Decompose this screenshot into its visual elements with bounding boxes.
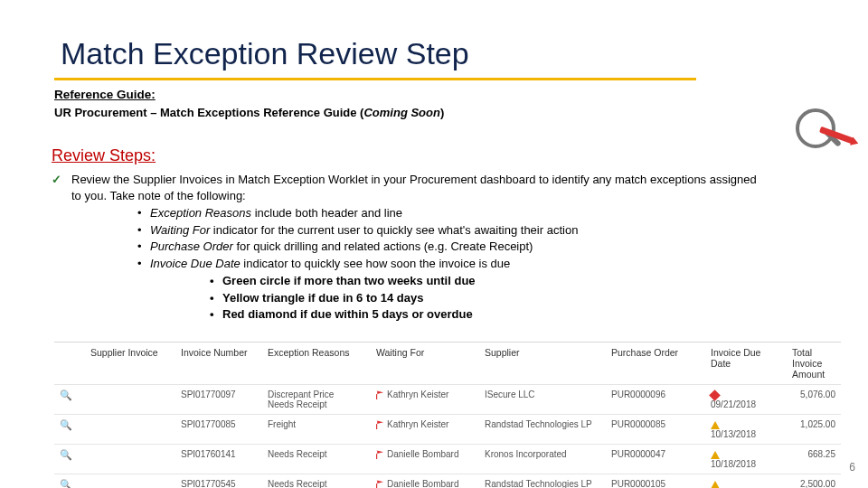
magnifier-icon[interactable]: 🔍 <box>60 389 72 400</box>
sub-green-circle: Green circle if more than two weeks unti… <box>210 273 766 289</box>
table-row: 🔍SPI01770097Discrepant PriceNeeds Receip… <box>54 385 841 415</box>
cell-amount: 5,076.00 <box>787 385 841 415</box>
bullet-exception-reasons: Exception Reasons include both header an… <box>137 205 766 221</box>
cell-invoice-number: SPI01770545 <box>175 474 262 489</box>
cell-purchase-order: PUR0000096 <box>606 385 705 415</box>
cell-purchase-order: PUR0000047 <box>606 445 705 474</box>
cell-invoice-number: SPI01770097 <box>175 385 262 415</box>
ref-text-a: UR Procurement – Match Exceptions Refere… <box>54 106 363 119</box>
bullet-purchase-order: Purchase Order for quick drilling and re… <box>137 239 766 255</box>
col-supplier-invoice: Supplier Invoice <box>85 343 175 385</box>
flag-icon <box>376 420 383 429</box>
ref-coming-soon: Coming Soon <box>363 106 440 119</box>
cell-invoice-number: SPI01760141 <box>175 445 262 474</box>
col-purchase-order: Purchase Order <box>606 343 705 385</box>
cell-waiting-for: Danielle Bombard <box>371 445 479 474</box>
check-icon: ✓ <box>52 172 64 203</box>
magnifier-icon <box>796 108 835 148</box>
cell-amount: 1,025.00 <box>787 415 841 445</box>
cell-supplier: Kronos Incorporated <box>479 445 606 474</box>
col-supplier: Supplier <box>479 343 606 385</box>
due-status-icon <box>711 451 720 459</box>
cell-supplier: Randstad Technologies LP <box>479 415 606 445</box>
cell-supplier: ISecure LLC <box>479 385 606 415</box>
cell-exception-reasons: Needs Receipt <box>262 445 371 474</box>
table-row: 🔍SPI01770085FreightKathryn KeisterRandst… <box>54 415 841 445</box>
flag-icon <box>376 450 383 459</box>
magnifier-icon[interactable]: 🔍 <box>60 419 72 430</box>
body-text: ✓ Review the Supplier Invoices in Match … <box>52 172 766 324</box>
reference-guide-label: Reference Guide: <box>54 88 156 101</box>
title-underline <box>54 78 696 80</box>
cell-due-date: 10/21/2018 <box>705 474 787 489</box>
col-exception-reasons: Exception Reasons <box>262 343 371 385</box>
col-total-amount: Total Invoice Amount <box>787 343 841 385</box>
due-status-icon <box>711 481 720 488</box>
table-row: 🔍SPI01770545Needs ReceiptDanielle Bombar… <box>54 474 841 489</box>
ref-text-b: ) <box>440 106 444 119</box>
cell-waiting-for: Kathryn Keister <box>371 385 479 415</box>
cell-purchase-order: PUR0000085 <box>606 415 705 445</box>
magnifier-icon[interactable]: 🔍 <box>60 479 72 488</box>
review-steps-label: Review Steps: <box>52 146 156 165</box>
cell-amount: 668.25 <box>787 445 841 474</box>
table-header-row: Supplier Invoice Invoice Number Exceptio… <box>54 343 841 385</box>
magnifier-pencil-art <box>788 105 852 168</box>
due-status-icon <box>711 421 720 429</box>
cell-waiting-for: Kathryn Keister <box>371 415 479 445</box>
flag-icon <box>376 390 383 399</box>
flag-icon <box>376 480 383 488</box>
cell-waiting-for: Danielle Bombard <box>371 474 479 489</box>
cell-purchase-order: PUR0000105 <box>606 474 705 489</box>
exceptions-table: Supplier Invoice Invoice Number Exceptio… <box>54 342 841 488</box>
bullet-waiting-for: Waiting For indicator for the current us… <box>137 222 766 239</box>
table-row: 🔍SPI01760141Needs ReceiptDanielle Bombar… <box>54 445 841 474</box>
sub-yellow-triangle: Yellow triangle if due in 6 to 14 days <box>210 290 766 306</box>
page-number: 6 <box>849 461 855 474</box>
main-bullet: Review the Supplier Invoices in Match Ex… <box>71 172 766 203</box>
sub-red-diamond: Red diamond if due within 5 days or over… <box>210 306 766 323</box>
col-invoice-number: Invoice Number <box>175 343 262 385</box>
cell-invoice-number: SPI01770085 <box>175 415 262 445</box>
cell-due-date: 10/18/2018 <box>705 445 787 474</box>
cell-amount: 2,500.00 <box>787 474 841 489</box>
slide-title: Match Exception Review Step <box>61 36 469 71</box>
cell-exception-reasons: Discrepant PriceNeeds Receipt <box>262 385 371 415</box>
cell-exception-reasons: Freight <box>262 415 371 445</box>
col-waiting-for: Waiting For <box>371 343 479 385</box>
col-invoice-due-date: Invoice Due Date <box>705 343 787 385</box>
reference-guide-body: UR Procurement – Match Exceptions Refere… <box>54 106 444 119</box>
magnifier-icon[interactable]: 🔍 <box>60 449 72 460</box>
cell-due-date: 09/21/2018 <box>705 385 787 415</box>
bullet-invoice-due-date: Invoice Due Date indicator to quickly se… <box>137 256 766 323</box>
cell-exception-reasons: Needs Receipt <box>262 474 371 489</box>
cell-supplier: Randstad Technologies LP <box>479 474 606 489</box>
due-status-icon <box>709 389 721 401</box>
cell-due-date: 10/13/2018 <box>705 415 787 445</box>
